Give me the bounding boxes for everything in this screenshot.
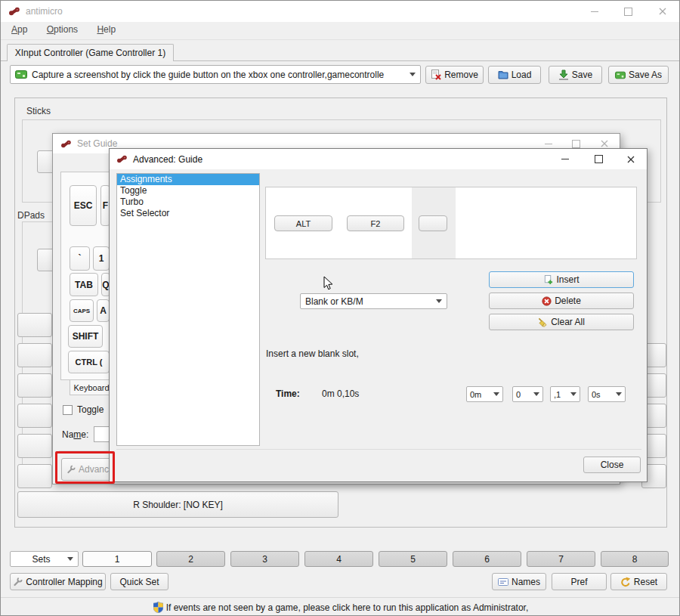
time-seconds-combobox[interactable]: 0 bbox=[512, 386, 543, 402]
set-button-3[interactable]: 3 bbox=[230, 551, 299, 567]
time-value: 0m 0,10s bbox=[322, 388, 359, 399]
time-decisecond-combobox[interactable]: ,1 bbox=[550, 386, 580, 402]
set-button-8[interactable]: 8 bbox=[601, 551, 669, 567]
mouse-cursor bbox=[323, 276, 333, 290]
maximize-icon bbox=[624, 8, 632, 16]
slot-button-alt[interactable]: ALT bbox=[274, 215, 332, 231]
key-ctrl[interactable]: CTRL ( bbox=[68, 351, 110, 373]
toggle-label: Toggle bbox=[77, 404, 104, 415]
window-title: antimicro bbox=[26, 6, 63, 17]
slot-type-combobox[interactable]: Blank or KB/M bbox=[300, 293, 447, 309]
sets-combobox[interactable]: Sets bbox=[10, 551, 79, 567]
chevron-down-icon bbox=[493, 392, 499, 396]
key-tab[interactable]: TAB bbox=[70, 273, 98, 296]
controller-profile-icon bbox=[15, 69, 27, 80]
controller-mapping-label: Controller Mapping bbox=[26, 577, 102, 587]
maximize-button[interactable] bbox=[582, 149, 615, 169]
dialog-separator bbox=[116, 449, 641, 450]
close-icon bbox=[659, 8, 666, 15]
controller-button[interactable] bbox=[17, 434, 52, 458]
save-button[interactable]: Save bbox=[549, 66, 602, 84]
names-button[interactable]: Names bbox=[492, 573, 546, 590]
set-button-4[interactable]: 4 bbox=[304, 551, 373, 567]
controller-button[interactable] bbox=[17, 313, 52, 337]
chevron-down-icon bbox=[616, 392, 622, 396]
close-icon bbox=[627, 156, 635, 163]
sets-combobox-value: Sets bbox=[15, 554, 67, 565]
r-shoulder-label: R Shoulder: [NO KEY] bbox=[133, 500, 223, 510]
minimize-button[interactable] bbox=[549, 149, 582, 169]
key-shift[interactable]: SHIFT bbox=[68, 325, 103, 348]
list-item-toggle[interactable]: Toggle bbox=[117, 185, 259, 197]
list-item-assignments[interactable]: Assignments bbox=[117, 174, 259, 185]
set-button-1[interactable]: 1 bbox=[82, 551, 152, 567]
set-button-6[interactable]: 6 bbox=[453, 551, 521, 567]
category-list: Assignments Toggle Turbo Set Selector bbox=[116, 173, 260, 446]
time-minutes-combobox[interactable]: 0m bbox=[466, 386, 503, 402]
profile-combobox[interactable]: Capture a screenshot by click the guide … bbox=[10, 65, 421, 84]
toggle-checkbox[interactable] bbox=[63, 405, 73, 415]
save-icon bbox=[558, 70, 569, 80]
antimicro-window: antimicro App Options Help XInput Contro… bbox=[0, 0, 680, 616]
names-label: Names bbox=[512, 577, 540, 587]
controller-button[interactable] bbox=[17, 464, 52, 488]
insert-button[interactable]: Insert bbox=[489, 271, 634, 288]
maximize-icon bbox=[572, 140, 580, 148]
remove-icon bbox=[431, 70, 441, 80]
tab-keyboard[interactable]: Keyboard bbox=[70, 380, 113, 395]
slot-button-f2[interactable]: F2 bbox=[347, 215, 404, 231]
advanced-guide-dialog: Advanced: Guide Assignments Toggle Turbo… bbox=[109, 148, 648, 482]
tab-controller[interactable]: XInput Controller (Game Controller 1) bbox=[7, 44, 174, 61]
r-shoulder-button[interactable]: R Shoulder: [NO KEY] bbox=[17, 491, 338, 518]
save-as-button[interactable]: Save As bbox=[608, 66, 669, 84]
close-button[interactable] bbox=[615, 149, 647, 169]
status-message[interactable]: If events are not seen by a game, please… bbox=[166, 602, 529, 613]
load-button[interactable]: Load bbox=[488, 66, 541, 84]
key-backtick[interactable]: ` bbox=[70, 246, 90, 271]
names-icon bbox=[498, 577, 508, 587]
menu-help[interactable]: Help bbox=[94, 22, 119, 37]
menu-app[interactable]: App bbox=[8, 22, 30, 37]
reset-button[interactable]: Reset bbox=[610, 573, 667, 590]
menu-options[interactable]: Options bbox=[44, 22, 81, 37]
main-titlebar: antimicro bbox=[1, 1, 679, 22]
controller-button[interactable] bbox=[17, 373, 52, 398]
maximize-button[interactable] bbox=[611, 1, 645, 22]
controller-button[interactable] bbox=[17, 404, 52, 428]
delete-button[interactable]: Delete bbox=[489, 293, 634, 309]
close-dialog-button[interactable]: Close bbox=[583, 457, 641, 473]
key-esc[interactable]: ESC bbox=[70, 185, 97, 226]
controller-mapping-button[interactable]: Controller Mapping bbox=[10, 573, 106, 590]
slot-button-blank[interactable] bbox=[419, 215, 447, 231]
pref-button[interactable]: Pref bbox=[552, 573, 607, 590]
controller-button[interactable] bbox=[17, 343, 52, 367]
save-as-icon bbox=[615, 70, 626, 80]
key-capslock[interactable]: CAPS bbox=[70, 299, 94, 322]
hint-text: Insert a new blank slot, bbox=[266, 348, 359, 359]
set-button-7[interactable]: 7 bbox=[527, 551, 595, 567]
chevron-down-icon bbox=[67, 557, 73, 561]
dialog-gamepad-icon bbox=[116, 155, 128, 163]
reset-icon bbox=[620, 577, 631, 587]
key-1-partial[interactable]: 1 bbox=[93, 246, 110, 271]
minimize-button[interactable] bbox=[577, 1, 611, 22]
set-button-2[interactable]: 2 bbox=[156, 551, 225, 567]
name-label: Name: bbox=[62, 429, 88, 440]
dialog-gamepad-icon bbox=[60, 140, 72, 148]
key-a-partial[interactable]: A bbox=[97, 299, 110, 322]
clear-all-button[interactable]: Clear All bbox=[489, 314, 634, 330]
set-button-5[interactable]: 5 bbox=[379, 551, 447, 567]
close-dialog-label: Close bbox=[601, 460, 624, 470]
advanced-title: Advanced: Guide bbox=[133, 154, 202, 165]
list-item-set-selector[interactable]: Set Selector bbox=[117, 208, 259, 219]
time-decisecond-value: ,1 bbox=[554, 390, 561, 399]
menubar: App Options Help bbox=[1, 22, 680, 40]
maximize-icon bbox=[595, 155, 603, 163]
quick-set-button[interactable]: Quick Set bbox=[110, 573, 168, 590]
close-button[interactable] bbox=[645, 1, 679, 22]
remove-label: Remove bbox=[444, 70, 478, 80]
reset-label: Reset bbox=[634, 577, 657, 587]
time-hundredths-combobox[interactable]: 0s bbox=[588, 386, 626, 402]
list-item-turbo[interactable]: Turbo bbox=[117, 197, 259, 208]
remove-button[interactable]: Remove bbox=[425, 66, 484, 84]
